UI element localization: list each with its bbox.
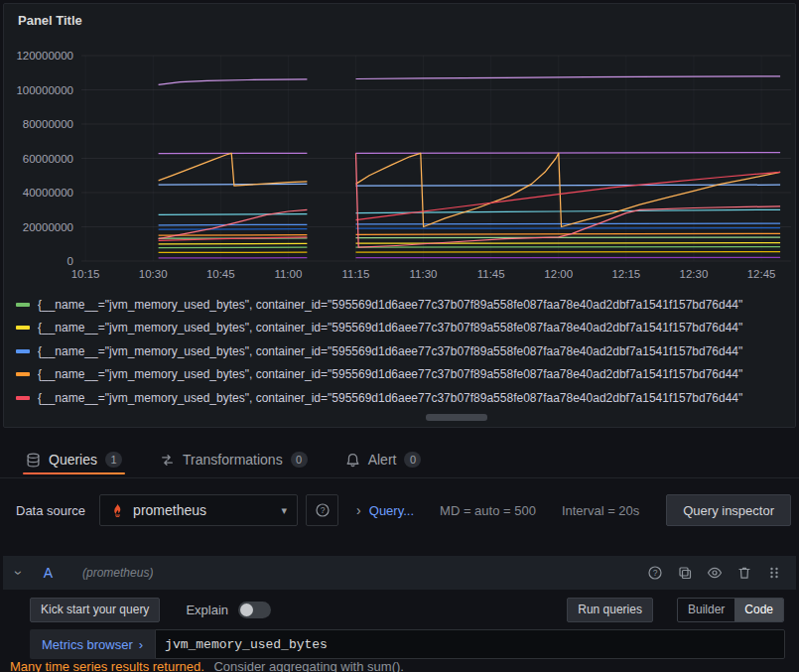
warning-highlight: Many time series results returned. [10, 659, 204, 672]
legend-series-label: {__name__="jvm_memory_used_bytes", conta… [38, 344, 742, 358]
x-axis-tick-label: 12:45 [747, 268, 776, 280]
datasource-label: Data source [16, 503, 85, 518]
timeseries-panel: Panel Title 0200000004000000060000000800… [3, 3, 796, 428]
tab-alert-badge: 0 [404, 452, 421, 468]
explain-toggle[interactable] [238, 602, 271, 618]
legend-series-marker [16, 326, 30, 330]
legend-item[interactable]: {__name__="jvm_memory_used_bytes", conta… [16, 339, 793, 363]
series-line-light-orange-sawtooth [356, 153, 781, 226]
query-datasource-hint: (prometheus) [82, 566, 153, 580]
interval-summary: Interval = 20s [562, 503, 639, 518]
svg-text:?: ? [653, 568, 658, 578]
explain-label: Explain [186, 603, 228, 617]
panel-title: Panel Title [4, 4, 795, 28]
disable-query-button[interactable] [707, 565, 723, 581]
x-axis-tick-label: 10:15 [71, 268, 100, 280]
tab-queries-label: Queries [49, 452, 97, 468]
query-help-button[interactable]: ? [647, 565, 663, 581]
active-tab-underline [23, 472, 125, 474]
datasource-selected-value: prometheus [133, 502, 281, 518]
chart-series [159, 76, 781, 258]
x-axis-tick-label: 11:45 [477, 268, 505, 280]
editor-mode-switch: Builder Code [677, 598, 784, 622]
legend-scrollbar-thumb[interactable] [426, 414, 487, 421]
x-axis-tick-label: 11:15 [341, 268, 369, 280]
y-axis-tick-label: 0 [67, 255, 73, 267]
query-inspector-button[interactable]: Query inspector [666, 494, 791, 526]
legend-series-marker [16, 396, 30, 400]
x-axis-tick-label: 12:00 [544, 268, 573, 280]
datasource-help-button[interactable]: ? [306, 494, 338, 526]
tab-transformations-badge: 0 [291, 452, 308, 468]
chart-legend: {__name__="jvm_memory_used_bytes", conta… [16, 293, 793, 411]
y-axis-tick-label: 40000000 [23, 187, 73, 199]
y-axis-tick-label: 100000000 [16, 84, 73, 96]
tab-queries-badge: 1 [105, 452, 122, 468]
series-line-cyan-flat [159, 214, 308, 215]
svg-text:?: ? [320, 505, 325, 515]
legend-item[interactable]: {__name__="jvm_memory_used_bytes", conta… [16, 386, 793, 410]
metrics-row: Metrics browser › jvm_memory_used_bytes [3, 629, 796, 659]
trash-icon [736, 565, 752, 581]
metrics-browser-button[interactable]: Metrics browser › [30, 629, 155, 659]
y-axis-tick-label: 80000000 [23, 118, 73, 130]
tab-transformations-label: Transformations [183, 452, 283, 468]
x-axis-tick-label: 11:00 [274, 268, 302, 280]
series-line-blue-flat [159, 224, 308, 225]
warning-detail: Consider aggregating with sum(). [213, 659, 403, 672]
query-options-toggle[interactable]: Query... [369, 503, 414, 518]
y-axis-tick-label: 120000000 [16, 50, 73, 62]
tab-transformations[interactable]: Transformations 0 [160, 445, 308, 474]
metrics-browser-label: Metrics browser [42, 637, 133, 652]
y-axis-tick-label: 60000000 [23, 153, 73, 165]
tab-alert[interactable]: Alert 0 [345, 445, 422, 474]
datasource-picker[interactable]: prometheus ▾ [99, 494, 298, 526]
promql-expression-value: jvm_memory_used_bytes [165, 637, 328, 652]
prometheus-icon [110, 503, 125, 518]
editor-tabs: Queries 1 Transformations 0 Alert 0 [0, 445, 799, 474]
legend-series-label: {__name__="jvm_memory_used_bytes", conta… [38, 391, 742, 405]
legend-series-marker [16, 349, 30, 353]
promql-expression-input[interactable]: jvm_memory_used_bytes [155, 629, 785, 659]
query-row-actions: ? [647, 565, 782, 581]
eye-icon [707, 565, 723, 581]
query-ref-id: A [44, 565, 53, 581]
timeseries-chart[interactable]: 0200000004000000060000000800000001000000… [4, 31, 795, 289]
x-axis-tick-label: 11:30 [410, 268, 438, 280]
y-axis-tick-label: 20000000 [23, 221, 73, 233]
x-axis-tick-label: 12:15 [611, 268, 640, 280]
kick-start-button[interactable]: Kick start your query [30, 598, 160, 622]
drag-query-handle[interactable] [766, 565, 782, 581]
tab-queries[interactable]: Queries 1 [26, 445, 122, 474]
tabs-divider [0, 477, 799, 478]
query-toolbar: Kick start your query Explain Run querie… [3, 596, 796, 623]
chevron-right-icon: › [356, 502, 361, 518]
chevron-down-icon: ▾ [282, 504, 288, 517]
builder-mode-button[interactable]: Builder [678, 599, 734, 621]
remove-query-button[interactable] [736, 565, 752, 581]
run-queries-button[interactable]: Run queries [567, 598, 653, 622]
legend-series-label: {__name__="jvm_memory_used_bytes", conta… [38, 298, 742, 312]
series-line-light-purple-top [356, 76, 781, 79]
legend-series-label: {__name__="jvm_memory_used_bytes", conta… [38, 321, 742, 335]
x-axis-tick-label: 10:45 [206, 268, 235, 280]
legend-item[interactable]: {__name__="jvm_memory_used_bytes", conta… [16, 293, 793, 317]
query-warning: Many time series results returned. Consi… [10, 659, 404, 672]
series-line-light-blue-flat [159, 184, 308, 185]
series-line-light-purple-top [159, 79, 308, 85]
tab-alert-label: Alert [368, 452, 397, 468]
legend-series-label: {__name__="jvm_memory_used_bytes", conta… [38, 367, 742, 381]
bell-icon [345, 453, 360, 468]
series-line-dark-blue-flat [356, 228, 781, 229]
collapse-chevron-icon[interactable]: › [11, 571, 27, 576]
legend-item[interactable]: {__name__="jvm_memory_used_bytes", conta… [16, 363, 793, 387]
help-circle-icon: ? [647, 565, 663, 581]
series-line-yellow-flat [356, 243, 781, 244]
query-row-header[interactable]: › A (prometheus) ? [3, 556, 796, 590]
copy-icon [677, 565, 693, 581]
legend-item[interactable]: {__name__="jvm_memory_used_bytes", conta… [16, 317, 793, 340]
code-mode-button[interactable]: Code [734, 599, 783, 621]
legend-series-marker [16, 303, 30, 307]
duplicate-query-button[interactable] [677, 565, 693, 581]
legend-series-marker [16, 372, 30, 376]
